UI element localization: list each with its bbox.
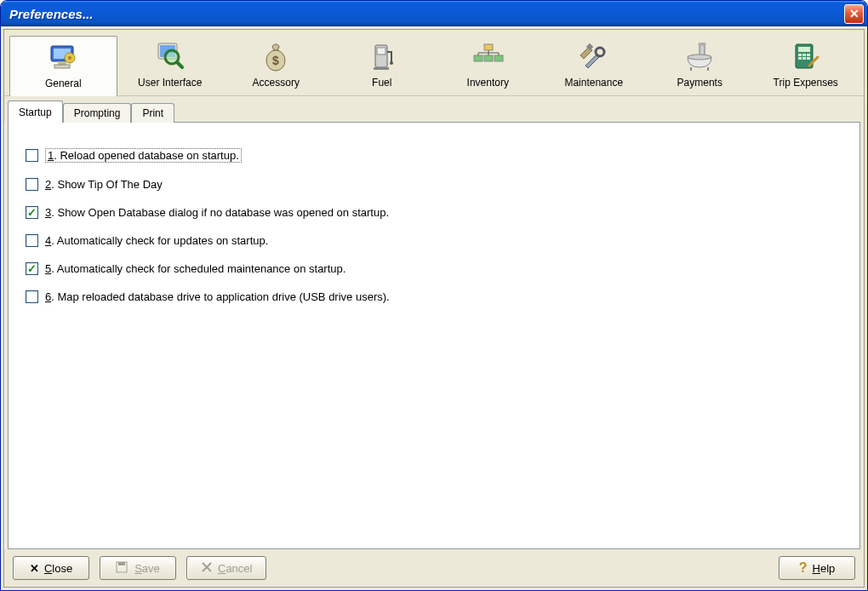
svg-rect-34 (798, 47, 810, 52)
window-close-button[interactable]: ✕ (844, 4, 864, 24)
option-row-5: 5. Automatically check for scheduled mai… (26, 262, 842, 275)
svg-rect-18 (474, 55, 483, 61)
x-icon: ✕ (30, 562, 39, 575)
button-bar: ✕ Close Save Cancel ? (4, 549, 864, 587)
svg-line-10 (177, 62, 182, 67)
fuel-pump-icon (365, 41, 399, 73)
toolbar-item-user-interface[interactable]: User Interface (117, 35, 224, 95)
button-label: Help (813, 562, 836, 575)
window-title: Preferences... (9, 7, 93, 21)
toolbar-item-fuel[interactable]: Fuel (329, 35, 436, 95)
window-body: General User Interface (1, 26, 867, 590)
svg-rect-20 (494, 55, 503, 61)
tab-startup[interactable]: Startup (8, 100, 63, 123)
close-button[interactable]: ✕ Close (13, 556, 89, 580)
svg-rect-38 (798, 57, 802, 60)
org-chart-icon (471, 41, 505, 73)
button-label: Save (134, 562, 160, 575)
checkbox-check-updates[interactable] (26, 234, 38, 247)
monitor-gear-icon (46, 42, 80, 74)
tab-content: 1. Reload opened database on startup. 2.… (8, 122, 860, 549)
svg-rect-19 (484, 55, 493, 61)
category-toolbar: General User Interface (4, 30, 864, 96)
button-label: Close (44, 562, 72, 575)
cancel-button[interactable]: Cancel (186, 556, 266, 580)
option-row-2: 2. Show Tip Of The Day (26, 178, 842, 191)
toolbar-label: Trip Expenses (774, 77, 838, 89)
svg-point-26 (596, 48, 604, 56)
svg-point-29 (698, 43, 706, 46)
option-label: 2. Show Tip Of The Day (45, 178, 163, 191)
svg-text:$: $ (272, 54, 279, 67)
close-icon: ✕ (849, 7, 859, 20)
svg-rect-3 (54, 65, 70, 68)
toolbar-item-general[interactable]: General (9, 36, 117, 96)
money-bag-icon: $ (259, 41, 293, 73)
help-icon: ? (799, 560, 808, 576)
svg-rect-2 (58, 61, 66, 65)
toolbar-label: Payments (677, 77, 722, 89)
svg-rect-36 (802, 54, 806, 56)
svg-rect-40 (807, 57, 810, 60)
checkbox-reload-db[interactable] (26, 149, 38, 162)
svg-rect-15 (374, 67, 389, 70)
toolbar-item-accessory[interactable]: $ Accessory (223, 35, 329, 95)
svg-point-5 (68, 56, 71, 60)
option-label: 3. Show Open Database dialog if no datab… (45, 206, 389, 219)
toolbar-label: General (45, 77, 82, 89)
toolbar-label: Inventory (467, 77, 509, 89)
calculator-icon (789, 41, 823, 73)
screen-magnify-icon (153, 41, 187, 73)
option-row-1: 1. Reload opened database on startup. (26, 148, 842, 163)
option-label: 1. Reload opened database on startup. (45, 148, 242, 163)
svg-rect-37 (807, 54, 810, 56)
save-button[interactable]: Save (100, 556, 176, 580)
help-button[interactable]: ? Help (779, 556, 855, 580)
toolbar-label: Fuel (372, 77, 391, 89)
toolbar-label: Accessory (253, 77, 300, 89)
svg-point-30 (688, 55, 711, 60)
option-label: 5. Automatically check for scheduled mai… (45, 262, 345, 275)
toolbar-label: User Interface (138, 77, 202, 89)
cancel-icon (201, 561, 213, 576)
svg-rect-17 (484, 44, 493, 50)
toolbar-label: Maintenance (564, 77, 623, 89)
checkbox-open-db-dialog[interactable] (26, 206, 38, 219)
bathtub-icon (682, 41, 717, 73)
option-row-6: 6. Map reloaded database drive to applic… (26, 290, 842, 303)
toolbar-item-payments[interactable]: Payments (647, 35, 753, 95)
option-row-3: 3. Show Open Database dialog if no datab… (26, 206, 842, 219)
checkbox-map-drive[interactable] (26, 290, 38, 303)
toolbar-item-trip-expenses[interactable]: Trip Expenses (753, 35, 859, 95)
tools-icon (577, 41, 611, 73)
tab-print[interactable]: Print (131, 103, 174, 123)
checkbox-tip-of-day[interactable] (26, 178, 38, 191)
option-label: 4. Automatically check for updates on st… (45, 234, 268, 247)
checkbox-check-maintenance[interactable] (26, 262, 38, 275)
preferences-window: Preferences... ✕ (0, 0, 868, 591)
toolbar-item-inventory[interactable]: Inventory (435, 35, 541, 95)
svg-point-9 (167, 52, 177, 62)
svg-rect-39 (802, 57, 806, 60)
svg-point-16 (390, 61, 393, 65)
save-icon (116, 561, 129, 576)
tab-prompting[interactable]: Prompting (63, 103, 132, 123)
toolbar-item-maintenance[interactable]: Maintenance (541, 35, 648, 95)
inner-panel: General User Interface (3, 29, 865, 588)
svg-rect-43 (118, 562, 125, 565)
titlebar[interactable]: Preferences... ✕ (1, 1, 867, 26)
svg-rect-14 (377, 48, 385, 55)
option-row-4: 4. Automatically check for updates on st… (26, 234, 842, 247)
svg-rect-35 (798, 54, 802, 56)
option-label: 6. Map reloaded database drive to applic… (45, 290, 390, 303)
button-label: Cancel (218, 562, 252, 575)
tab-strip: Startup Prompting Print (4, 96, 864, 122)
